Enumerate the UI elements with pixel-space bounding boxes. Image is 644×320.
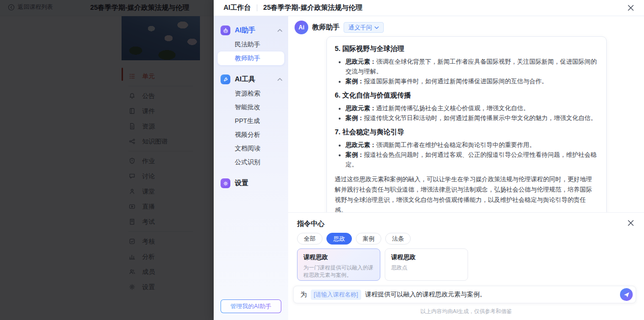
paper-plane-icon <box>623 292 630 298</box>
bullet-item: 案例：报道社会热点问题时，如何通过客观、公正的报道引导公众理性看待问题，维护社会… <box>346 150 597 170</box>
sidebar-item-ppt-generation[interactable]: PPT生成 <box>214 114 288 128</box>
send-button[interactable] <box>620 288 633 301</box>
ai-panel-sidebar: AI助手 民法助手 教师助手 AI工具 资源检索 智能批改 PPT生成 视频分析… <box>214 16 288 320</box>
chevron-up-icon[interactable] <box>277 77 282 82</box>
card-description: 为一门课程提供可以融入的课程思政元素与案例。 <box>303 264 374 279</box>
prompt-prefix: 为 <box>300 290 307 299</box>
sidebar-item-video-analysis[interactable]: 视频分析 <box>214 128 288 142</box>
ai-disclaimer: 以上内容均由AI生成，仅供参考和借鉴 <box>288 308 644 315</box>
message-summary: 通过这些思政元素和案例的融入，可以让学生在学习媒介政策法规与伦理课程的同时，更好… <box>335 174 597 216</box>
group-label: AI助手 <box>235 26 255 35</box>
section-bullets: 思政元素：通过新闻传播弘扬社会主义核心价值观，增强文化自信。 案例：报道传统文化… <box>335 103 597 123</box>
command-center-title: 指令中心 <box>297 220 324 228</box>
command-card-list: 课程思政 为一门课程提供可以融入的课程思政元素与案例。 课程思政 思政点 <box>297 248 468 281</box>
prompt-suffix: 课程提供可以融入的课程思政元素与案例。 <box>365 290 486 299</box>
command-center: 指令中心 全部 思政 案例 法条 课程思政 为一门课程提供可以融入的课程思政元素… <box>288 212 644 320</box>
bullet-item: 思政元素：强调新闻工作者在维护社会稳定和舆论引导中的重要作用。 <box>346 140 597 150</box>
section-heading: 7. 社会稳定与舆论引导 <box>335 128 597 137</box>
sidebar-item-formula-recognition[interactable]: 公式识别 <box>214 155 288 169</box>
command-center-tabs: 全部 思政 案例 法条 <box>297 233 411 245</box>
group-settings[interactable]: 设置 <box>214 176 288 191</box>
model-name: 通义千问 <box>348 24 372 32</box>
group-label: AI工具 <box>235 75 255 84</box>
ai-workspace-panel: AI工作台 25春季学期-媒介政策法规与伦理 AI助手 民法助手 教师助手 AI… <box>214 0 644 320</box>
sidebar-item-document-reading[interactable]: 文档阅读 <box>214 142 288 155</box>
manage-button-label: 管理我的AI助手 <box>230 302 271 311</box>
chat-area: Ai 教师助手 通义千问 5. 国际视野与全球治理 思政元素：强调在全球化背景下… <box>288 16 644 320</box>
command-card-course-ideology[interactable]: 课程思政 为一门课程提供可以融入的课程思政元素与案例。 <box>297 248 380 281</box>
group-ai-assistants[interactable]: AI助手 <box>214 23 288 38</box>
panel-course-title: 25春季学期-媒介政策法规与伦理 <box>263 3 362 12</box>
sidebar-item-civil-law-assistant[interactable]: 民法助手 <box>214 38 288 51</box>
tab-statutes[interactable]: 法条 <box>385 233 411 245</box>
bullet-item: 思政元素：通过新闻传播弘扬社会主义核心价值观，增强文化自信。 <box>346 103 597 113</box>
wrench-icon <box>221 74 230 84</box>
section-bullets: 思政元素：强调新闻工作者在维护社会稳定和舆论引导中的重要作用。 案例：报道社会热… <box>335 140 597 170</box>
bullet-item: 案例：报道国际新闻事件时，如何通过新闻传播促进国际间的互信与合作。 <box>346 76 597 86</box>
course-name-placeholder-tag[interactable]: [请输入课程名称] <box>311 290 361 300</box>
chevron-down-icon <box>374 25 379 30</box>
assistant-avatar: Ai <box>295 21 308 34</box>
sidebar-item-teacher-assistant[interactable]: 教师助手 <box>218 51 284 65</box>
card-description: 思政点 <box>391 264 462 271</box>
group-ai-tools[interactable]: AI工具 <box>214 72 288 87</box>
model-selector[interactable]: 通义千问 <box>344 22 384 33</box>
panel-header: AI工作台 25春季学期-媒介政策法规与伦理 <box>214 0 644 16</box>
assistant-header: Ai 教师助手 通义千问 <box>295 21 384 34</box>
card-title: 课程思政 <box>303 253 374 262</box>
tab-cases[interactable]: 案例 <box>356 233 381 245</box>
command-card-ideology-points[interactable]: 课程思政 思政点 <box>385 248 468 281</box>
close-command-center-icon[interactable] <box>627 220 634 226</box>
card-title: 课程思政 <box>391 253 462 262</box>
bullet-item: 案例：报道传统文化节日和活动时，如何通过新闻传播展示中华文化的魅力，增强文化自信… <box>346 113 597 123</box>
prompt-input[interactable]: 为 [请输入课程名称] 课程提供可以融入的课程思政元素与案例。 <box>293 286 636 303</box>
section-bullets: 思政元素：强调在全球化背景下，新闻工作者应具备国际视野，关注国际新闻，促进国际间… <box>335 57 597 86</box>
robot-icon <box>221 25 230 35</box>
tab-ideology[interactable]: 思政 <box>326 233 352 245</box>
assistant-name: 教师助手 <box>312 23 340 32</box>
screen: 返回课程列表 25春季学期-媒介政策法规与伦理 单元 公告 课件 资源 <box>0 0 644 320</box>
app-title: AI工作台 <box>223 3 251 12</box>
modal-dim-overlay <box>0 0 214 320</box>
header-divider <box>257 4 257 11</box>
section-heading: 6. 文化自信与价值观传播 <box>335 91 597 100</box>
section-heading: 5. 国际视野与全球治理 <box>335 45 597 53</box>
group-label: 设置 <box>235 179 248 188</box>
chevron-up-icon[interactable] <box>277 28 282 33</box>
tab-all[interactable]: 全部 <box>297 233 322 245</box>
sidebar-item-smart-grading[interactable]: 智能批改 <box>214 100 288 114</box>
sidebar-item-resource-search[interactable]: 资源检索 <box>214 87 288 100</box>
gear-icon <box>221 178 230 188</box>
manage-my-assistants-button[interactable]: 管理我的AI助手 <box>221 299 281 313</box>
bullet-item: 思政元素：强调在全球化背景下，新闻工作者应具备国际视野，关注国际新闻，促进国际间… <box>346 57 597 76</box>
course-page-background: 返回课程列表 25春季学期-媒介政策法规与伦理 单元 公告 课件 资源 <box>0 0 214 320</box>
close-panel-icon[interactable] <box>627 4 634 11</box>
